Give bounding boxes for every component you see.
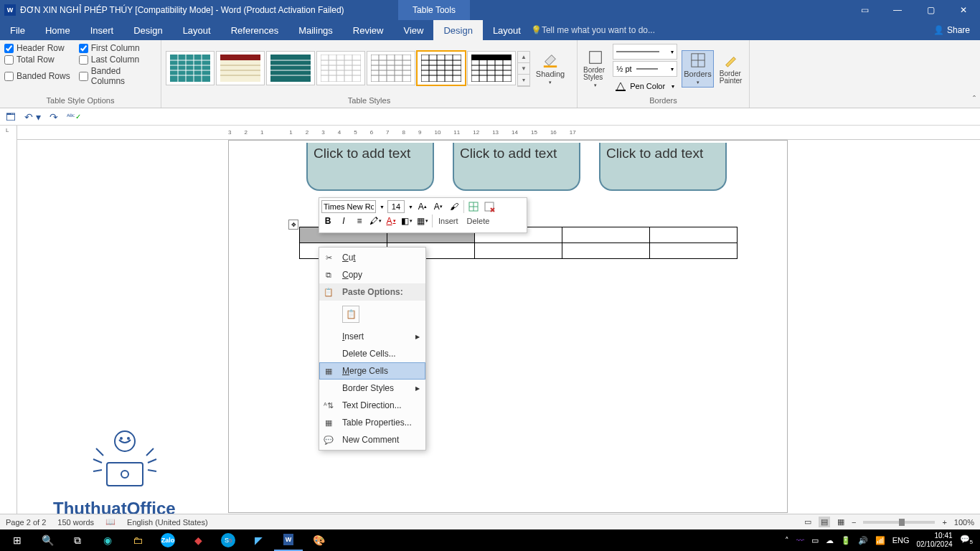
shading-button[interactable]: Shading▾ [533,51,567,87]
taskbar-zalo-icon[interactable]: Zalo [154,529,182,551]
table-style-7[interactable] [467,51,516,85]
ctx-insert[interactable]: Insert▶ [319,328,425,345]
mini-font-name[interactable] [321,200,376,213]
zoom-out[interactable]: − [852,518,856,527]
tab-references[interactable]: References [221,20,288,40]
check-banded-rows[interactable]: Banded Rows [4,66,70,86]
text-shape-2[interactable]: Click to add text [453,143,580,191]
tab-file[interactable]: File [0,20,35,40]
tray-battery-icon[interactable]: 🔋 [841,536,851,545]
border-painter-button[interactable]: Border Painter [718,52,745,86]
tab-table-design[interactable]: Design [433,20,482,40]
mini-borders-icon[interactable]: ▦▾ [416,215,429,227]
mini-grow-font-icon[interactable]: A▴ [416,200,429,213]
zoom-in[interactable]: + [942,518,946,527]
check-last-column[interactable]: Last Column [79,55,156,65]
tray-clock[interactable]: 10:4102/10/2024 [916,532,952,549]
border-styles-button[interactable]: Border Styles▾ [582,48,608,90]
ctx-copy[interactable]: ⧉Copy [319,266,425,283]
qat-save-icon[interactable]: 🗔 [6,111,16,123]
ctx-text-direction[interactable]: ᴬ⇅Text Direction... [319,397,425,414]
tray-notifications-icon[interactable]: 💬5 [960,534,973,545]
table-cell[interactable] [562,243,650,259]
table-cell[interactable] [650,227,738,243]
tab-view[interactable]: View [393,20,433,40]
mini-shading-icon[interactable]: ◧▾ [400,215,413,227]
tray-chevron-icon[interactable]: ˄ [785,536,789,545]
gallery-scroll[interactable]: ▲▼▾ [517,51,530,87]
tab-home[interactable]: Home [35,20,80,40]
zoom-level[interactable]: 100% [954,518,974,527]
tell-me-search[interactable]: 💡 Tell me what you want to do... [531,20,923,40]
tray-volume-icon[interactable]: 🔊 [858,536,868,545]
check-first-column[interactable]: First Column [79,43,156,53]
text-shape-1[interactable]: Click to add text [306,143,434,191]
tab-insert[interactable]: Insert [80,20,124,40]
qat-undo-icon[interactable]: ↶ ▾ [24,111,41,123]
status-language[interactable]: English (United States) [127,518,208,527]
tab-design[interactable]: Design [123,20,172,40]
mini-italic-icon[interactable]: I [337,215,350,227]
table-cell[interactable] [562,227,650,243]
collapse-ribbon[interactable]: ˆ [973,95,976,105]
table-styles-gallery[interactable]: ▲▼▾ [166,51,530,87]
ctx-delete-cells[interactable]: Delete Cells... [319,345,425,362]
ctx-paste-option-keep-source[interactable]: 📋 [319,301,425,328]
zoom-slider[interactable] [863,521,935,524]
status-proofing-icon[interactable]: 📖 [105,517,116,527]
table-style-4[interactable] [316,51,365,85]
mini-insert-icon[interactable] [467,200,480,213]
view-print-layout-icon[interactable]: ▤ [819,517,830,527]
task-view-icon[interactable]: ⧉ [63,529,92,551]
ribbon-display-options[interactable]: ▭ [848,0,881,20]
ctx-new-comment[interactable]: 💬New Comment [319,431,425,448]
tab-layout[interactable]: Layout [173,20,221,40]
taskbar-edge-icon[interactable]: ◉ [93,529,122,551]
tray-wifi-icon[interactable]: 📶 [875,536,885,545]
tab-review[interactable]: Review [343,20,394,40]
mini-delete-label[interactable]: Delete [464,217,493,225]
table-style-1[interactable] [166,51,215,85]
ctx-border-styles[interactable]: Border Styles▶ [319,380,425,397]
document-page[interactable]: Click to add text Click to add text Clic… [228,140,788,513]
mini-highlight-icon[interactable]: 🖍▾ [369,215,382,227]
mini-format-painter-icon[interactable]: 🖌 [448,200,461,213]
check-banded-columns[interactable]: Banded Columns [79,66,156,86]
minimize-button[interactable]: — [881,0,914,20]
taskbar-app-3-icon[interactable]: ◤ [244,529,273,551]
table-style-5[interactable] [367,51,415,85]
taskbar-search-icon[interactable]: 🔍 [33,529,62,551]
taskbar-word-icon[interactable]: W [274,529,303,551]
table-move-handle[interactable]: ✥ [288,220,298,230]
maximize-button[interactable]: ▢ [914,0,947,20]
mini-align-icon[interactable]: ≡ [353,215,366,227]
mini-insert-label[interactable]: Insert [435,217,461,225]
mini-delete-icon[interactable] [483,200,496,213]
tray-app-icon[interactable]: 〰 [796,536,804,545]
tab-mailings[interactable]: Mailings [288,20,343,40]
start-button[interactable]: ⊞ [3,529,32,551]
table-cell[interactable] [650,243,738,259]
mini-font-size[interactable] [387,200,405,213]
taskbar-explorer-icon[interactable]: 🗀 [123,529,152,551]
table-cell[interactable] [475,243,562,259]
tray-meet-now-icon[interactable]: ▭ [811,536,819,545]
view-web-layout-icon[interactable]: ▦ [837,517,844,527]
border-line-style[interactable]: ▾ [613,44,677,60]
share-button[interactable]: 👤 Share [923,20,980,40]
qat-redo-icon[interactable]: ↷ [50,111,58,123]
ctx-table-properties[interactable]: ▦Table Properties... [319,414,425,431]
status-words[interactable]: 150 words [57,518,94,527]
taskbar-app-2-icon[interactable]: S5 [214,529,242,551]
check-header-row[interactable]: Header Row [4,43,70,53]
mini-bold-icon[interactable]: B [321,215,334,227]
mini-font-color-icon[interactable]: A▾ [385,215,397,227]
table-style-3[interactable] [266,51,315,85]
table-style-2[interactable] [216,51,265,85]
view-read-mode-icon[interactable]: ▭ [804,517,811,527]
table-style-grid[interactable] [417,51,466,85]
tray-language[interactable]: ENG [892,536,910,545]
ctx-merge-cells[interactable]: ▦Merge Cells [319,362,425,380]
taskbar-paint-icon[interactable]: 🎨 [304,529,333,551]
tab-table-layout[interactable]: Layout [483,20,531,40]
